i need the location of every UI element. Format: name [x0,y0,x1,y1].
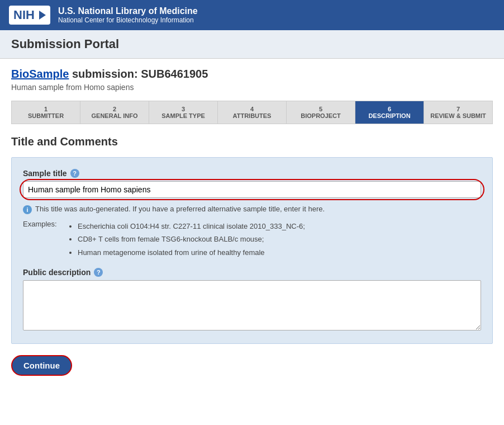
examples-list: Escherichia coli O104:H4 str. C227-11 cl… [68,220,305,259]
info-icon: i [23,205,32,214]
sample-title-label: Sample title ? [23,169,481,178]
step-review-submit[interactable]: 7REVIEW & SUBMIT [424,101,492,124]
step-attributes[interactable]: 4ATTRIBUTES [218,101,287,124]
examples-label: Examples: [23,220,62,259]
auto-generated-note: i This title was auto-generated. If you … [23,205,481,214]
portal-title: Submission Portal [11,37,493,51]
nih-badge: NIH [9,6,50,25]
example-item-1: Escherichia coli O104:H4 str. C227-11 cl… [78,220,305,233]
header-text: U.S. National Library of Medicine Nation… [58,6,198,24]
continue-button-wrapper: Continue [11,355,493,376]
biosample-link[interactable]: BioSample [11,68,69,80]
site-header: NIH U.S. National Library of Medicine Na… [0,0,504,30]
biosample-subtitle: Human sample from Homo sapiens [11,83,493,92]
auto-generated-text: This title was auto-generated. If you ha… [35,205,325,213]
public-description-textarea[interactable] [23,280,481,330]
example-item-3: Human metagenome isolated from urine of … [78,246,305,259]
section-heading: Title and Comments [11,135,493,148]
step-sample-type[interactable]: 3SAMPLE TYPE [149,101,218,124]
portal-bar: Submission Portal [0,30,504,59]
nih-text: NIH [13,8,35,22]
step-bioproject[interactable]: 5BIOPROJECT [287,101,355,124]
sub-name: National Center for Biotechnology Inform… [58,16,198,24]
org-name: U.S. National Library of Medicine [58,6,198,16]
sample-title-help-icon[interactable]: ? [70,169,79,178]
continue-button[interactable]: Continue [11,355,72,376]
step-submitter[interactable]: 1SUBMITTER [12,101,80,124]
public-description-label: Public description ? [23,268,481,277]
biosample-heading: BioSample submission: SUB6461905 [11,68,493,81]
nih-arrow-icon [39,11,46,20]
submission-label: submission: SUB6461905 [69,68,208,80]
form-area: Sample title ? i This title was auto-gen… [11,157,493,344]
main-content: BioSample submission: SUB6461905 Human s… [0,59,504,385]
example-item-2: CD8+ T cells from female TSG6-knockout B… [78,233,305,245]
step-description[interactable]: 6DESCRIPTION [355,101,424,124]
step-general-info[interactable]: 2GENERAL INFO [80,101,149,124]
nih-logo: NIH [9,6,50,25]
steps-navigation: 1SUBMITTER 2GENERAL INFO 3SAMPLE TYPE 4A… [11,101,493,124]
sample-title-input[interactable] [23,181,481,198]
title-input-wrapper [23,181,481,198]
examples-block: Examples: Escherichia coli O104:H4 str. … [23,220,481,259]
public-description-help-icon[interactable]: ? [94,268,103,277]
